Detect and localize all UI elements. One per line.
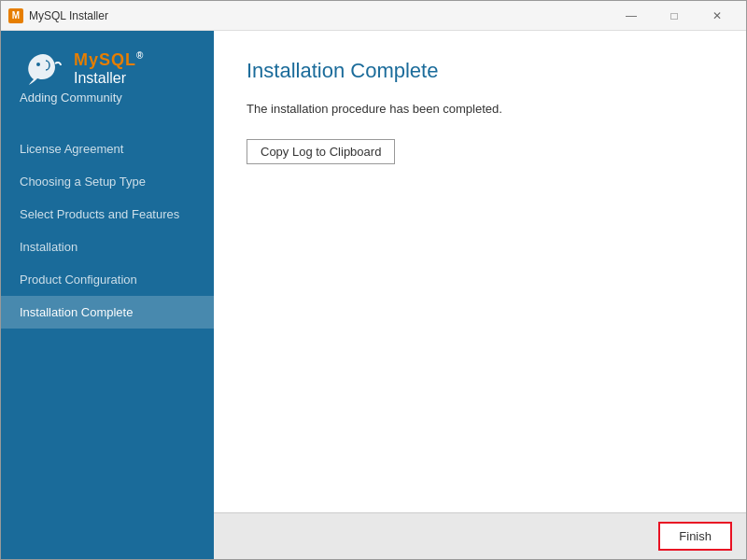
- copy-log-button[interactable]: Copy Log to Clipboard: [247, 139, 395, 164]
- maximize-button[interactable]: □: [653, 1, 696, 31]
- sidebar-logo: MySQL® Installer: [20, 49, 195, 87]
- bottom-bar: Finish: [214, 512, 746, 559]
- finish-button[interactable]: Finish: [658, 522, 732, 551]
- right-panel: Installation Complete The installation p…: [214, 31, 746, 559]
- panel-title: Installation Complete: [247, 59, 713, 83]
- minimize-button[interactable]: —: [610, 1, 653, 31]
- main-window: M MySQL Installer — □ ✕: [0, 0, 747, 560]
- sidebar-header: MySQL® Installer Adding Community: [1, 49, 214, 133]
- nav-item-installation[interactable]: Installation: [1, 231, 214, 263]
- installer-label: Installer: [74, 70, 144, 87]
- app-icon: M: [8, 8, 23, 23]
- nav-item-setup-type[interactable]: Choosing a Setup Type: [1, 165, 214, 198]
- main-content: MySQL® Installer Adding Community Licens…: [1, 31, 746, 559]
- nav-item-license[interactable]: License Agreement: [1, 133, 214, 165]
- title-bar-text: MySQL Installer: [29, 9, 610, 22]
- mysql-label: MySQL®: [74, 50, 144, 70]
- title-bar: M MySQL Installer — □ ✕: [1, 1, 746, 31]
- sidebar: MySQL® Installer Adding Community Licens…: [1, 31, 214, 559]
- nav-item-products[interactable]: Select Products and Features: [1, 198, 214, 231]
- panel-description: The installation procedure has been comp…: [247, 102, 713, 116]
- sidebar-subtitle: Adding Community: [20, 91, 195, 105]
- nav-item-product-config[interactable]: Product Configuration: [1, 263, 214, 296]
- sidebar-brand: MySQL® Installer: [74, 50, 144, 87]
- window-controls: — □ ✕: [610, 1, 739, 31]
- close-button[interactable]: ✕: [696, 1, 739, 31]
- svg-point-0: [36, 63, 40, 66]
- nav-item-complete[interactable]: Installation Complete: [1, 296, 214, 329]
- dolphin-icon: [20, 49, 66, 87]
- panel-content: Installation Complete The installation p…: [214, 31, 746, 512]
- sidebar-nav: License Agreement Choosing a Setup Type …: [1, 133, 214, 329]
